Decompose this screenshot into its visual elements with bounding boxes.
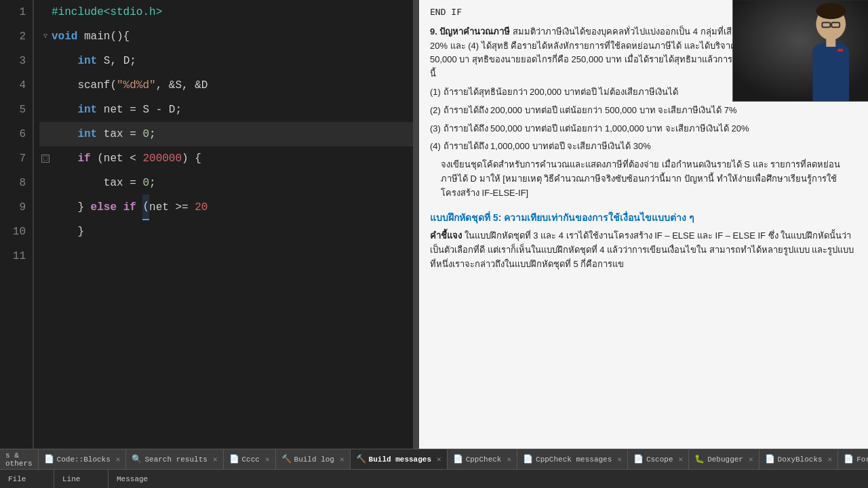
code-token: if [123, 195, 136, 220]
doc-desc: จงเขียนชุดโค้ดสำหรับการคำนวณและแสดงภาษีท… [441, 158, 857, 200]
tab-fortran-label: Fortran info [856, 455, 868, 464]
cscope-icon: 📄 [633, 454, 644, 464]
code-token [117, 195, 123, 220]
tab-buildlog-close[interactable]: ✕ [340, 455, 344, 464]
code-token: (net < [91, 146, 143, 171]
line-numbers: 1 2 3 4 5 6 7 8 9 10 11 [0, 0, 34, 449]
code-token: int [77, 98, 97, 122]
tab-codeblocks[interactable]: 📄 Code::Blocks ✕ [39, 449, 127, 469]
cccc-icon: 📄 [229, 454, 239, 464]
code-token: if [77, 146, 90, 171]
doc-note-label: คำชี้แจง [430, 230, 462, 241]
code-token: , &S, &D [156, 73, 208, 98]
tab-doxyblocks-close[interactable]: ✕ [828, 455, 833, 464]
doc-rule2: (2) ถ้ารายได้ถึง 200,000 บาทต่อปี แต่น้อ… [430, 104, 857, 118]
code-token [52, 146, 77, 171]
code-token: tax = [52, 171, 142, 195]
codeblocks-icon: 📄 [44, 454, 54, 464]
doc-item9-bold: ปัญหาคำนวณภาษี [439, 26, 510, 37]
tab-search-close[interactable]: ✕ [213, 455, 218, 464]
doc-rule4: (4) ถ้ารายได้ถึง 1,000,000 บาทต่อปี จะเส… [430, 140, 857, 154]
tab-debugger[interactable]: 🐛 Debugger ✕ [689, 449, 759, 469]
code-line-4: scanf( "%d%d" , &S, &D [39, 73, 413, 98]
code-token: else [91, 195, 117, 220]
debugger-icon: 🐛 [694, 454, 705, 464]
status-line-col: Line [54, 470, 108, 488]
tab-doxyblocks-label: DoxyBlocks [778, 455, 823, 464]
tab-buildmsg-close[interactable]: ✕ [437, 455, 441, 464]
tab-fortran[interactable]: 📄 Fortran info [838, 449, 868, 469]
doc-section5-note: คำชี้แจง ในแบบฝึกหัดชุดที่ 3 และ 4 เราได… [430, 229, 857, 271]
tab-doxyblocks[interactable]: 📄 DoxyBlocks ✕ [760, 449, 839, 469]
code-token: 0 [142, 122, 149, 146]
code-line-3: int S, D; [39, 49, 413, 73]
tab-prefix-label: s & others [0, 449, 39, 469]
tab-cppcheckmsgs-close[interactable]: ✕ [617, 455, 622, 464]
code-token: ; [149, 171, 156, 195]
svg-rect-8 [837, 49, 843, 52]
tab-buildlog[interactable]: 🔨 Build log ✕ [276, 449, 351, 469]
tab-buildlog-label: Build log [294, 455, 334, 464]
tab-cppcheck[interactable]: 📄 CppCheck ✕ [448, 449, 517, 469]
gutter-7[interactable]: □ [39, 155, 52, 163]
code-line-8: tax = 0 ; [39, 171, 413, 195]
tab-cccc-label: Cccc [242, 455, 260, 464]
buildmsg-icon: 🔨 [356, 454, 366, 464]
tab-cscope-close[interactable]: ✕ [679, 455, 684, 464]
code-token: int [77, 49, 97, 73]
tab-cccc[interactable]: 📄 Cccc ✕ [224, 449, 276, 469]
panel-divider[interactable] [414, 0, 419, 449]
tab-buildmsg-label: Build messages [369, 455, 431, 464]
tab-search[interactable]: 🔍 Search results ✕ [126, 449, 223, 469]
code-token: } [52, 195, 91, 220]
code-token [52, 49, 77, 73]
code-token [52, 98, 77, 122]
code-token [136, 195, 143, 220]
status-msg-label: Message [117, 475, 148, 483]
tab-cscope[interactable]: 📄 Cscope ✕ [628, 449, 689, 469]
code-token: net >= [149, 195, 195, 220]
doc-section5-heading: แบบฝึกหัดชุดที่ 5: ความเทียบเท่ากันของกา… [430, 210, 857, 225]
status-msg-col: Message [108, 470, 868, 488]
tab-debugger-close[interactable]: ✕ [749, 455, 753, 464]
code-token: void [52, 24, 77, 49]
cppcheckmsgs-icon: 📄 [523, 454, 533, 464]
code-line-1: #include<stdio.h> [39, 0, 413, 24]
code-token: 20 [195, 195, 208, 220]
fortran-icon: 📄 [844, 454, 854, 464]
tab-cccc-close[interactable]: ✕ [265, 455, 270, 464]
code-token: tax = [97, 122, 142, 146]
webcam-person-svg [733, 0, 868, 102]
code-token: "%d%d" [117, 73, 156, 98]
tab-cppcheck-close[interactable]: ✕ [507, 455, 511, 464]
bottom-tabs: s & others 📄 Code::Blocks ✕ 🔍 Search res… [0, 449, 868, 469]
doc-rule3: (3) ถ้ารายได้ถึง 500,000 บาทต่อปี แต่น้อ… [430, 122, 857, 136]
code-line-11 [39, 244, 413, 268]
code-token [52, 122, 77, 146]
gutter-2[interactable]: ▽ [39, 24, 52, 49]
tab-codeblocks-close[interactable]: ✕ [116, 455, 121, 464]
tab-cscope-label: Cscope [646, 455, 673, 464]
cppcheck-icon: 📄 [453, 454, 463, 464]
tab-cppcheck-label: CppCheck [466, 455, 502, 464]
code-token: 200000 [142, 146, 182, 171]
webcam-container [732, 0, 868, 102]
buildlog-icon: 🔨 [281, 454, 292, 464]
code-lines: #include<stdio.h> ▽ void main(){ int S, … [34, 0, 413, 449]
svg-point-6 [816, 3, 846, 19]
webcam-feed [733, 0, 868, 101]
code-token: 0 [142, 171, 149, 195]
tab-codeblocks-label: Code::Blocks [57, 455, 111, 464]
tab-cppcheckmsgs[interactable]: 📄 CppCheck messages ✕ [517, 449, 628, 469]
code-line-7: □ if (net < 200000 ) { [39, 146, 413, 171]
doc-note-text: ในแบบฝึกหัดชุดที่ 3 และ 4 เราได้ใช้งานโค… [430, 230, 854, 269]
code-token: ) { [182, 146, 201, 171]
code-token: int [77, 122, 97, 146]
tab-cppcheckmsgs-label: CppCheck messages [536, 455, 612, 464]
tab-buildmsg[interactable]: 🔨 Build messages ✕ [351, 449, 448, 469]
doc-section-num: 9. [430, 26, 437, 37]
code-line-6: int tax = 0 ; [39, 122, 413, 146]
code-token: scanf( [52, 73, 117, 98]
code-token: #include<stdio.h> [52, 0, 162, 24]
code-token: ( [142, 195, 149, 220]
